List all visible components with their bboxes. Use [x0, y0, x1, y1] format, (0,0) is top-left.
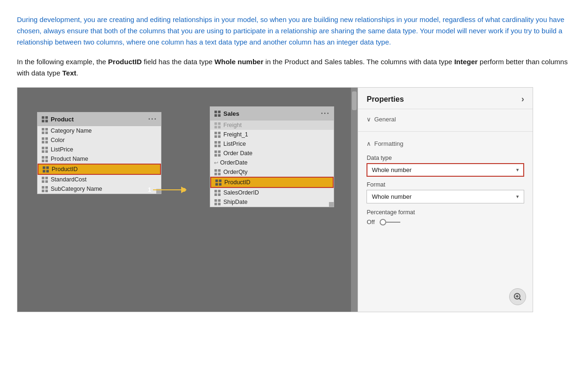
data-type-select[interactable]: Whole number ▾ — [367, 163, 524, 177]
svg-rect-34 — [214, 114, 217, 116]
svg-rect-41 — [218, 132, 220, 134]
properties-content — [358, 234, 533, 312]
product-table: Product ··· Category Name Color ListPric… — [37, 112, 161, 194]
svg-rect-15 — [45, 150, 47, 152]
svg-rect-54 — [214, 172, 217, 175]
row-label: ListPrice — [51, 146, 73, 153]
table-row: Product Name — [38, 154, 161, 164]
format-select[interactable]: Whole number ▾ — [367, 190, 524, 203]
svg-rect-33 — [218, 111, 220, 113]
scroll-thumb[interactable] — [352, 91, 357, 110]
svg-rect-61 — [218, 190, 220, 192]
row-icon — [214, 199, 221, 205]
svg-rect-42 — [214, 135, 217, 137]
properties-chevron-icon[interactable]: › — [521, 94, 524, 104]
row-icon — [41, 156, 48, 162]
svg-rect-30 — [42, 189, 44, 192]
format-arrow-icon: ▾ — [516, 194, 519, 200]
general-label: General — [374, 116, 396, 123]
svg-rect-19 — [45, 159, 47, 162]
para2-mid2: in the Product and Sales tables. The col… — [263, 58, 454, 66]
sales-table-icon — [214, 110, 221, 117]
row-icon — [214, 141, 221, 147]
off-label: Off — [367, 218, 374, 225]
zoom-in-button[interactable] — [509, 288, 526, 305]
svg-rect-56 — [215, 180, 218, 182]
properties-title: Properties — [367, 95, 404, 104]
svg-line-71 — [519, 299, 521, 300]
svg-rect-25 — [45, 177, 47, 179]
row-icon — [214, 169, 221, 175]
paragraph1-text: During development, you are creating and… — [17, 15, 565, 46]
row-label: Product Name — [51, 156, 88, 162]
orderdate-special-icon: ↩ — [214, 160, 218, 166]
table-row: ListPrice — [38, 145, 161, 154]
table-row-freight-faded: Freight — [210, 120, 334, 130]
svg-rect-10 — [42, 141, 44, 143]
svg-rect-59 — [219, 183, 221, 185]
table-row: SalesOrderID — [210, 188, 334, 197]
svg-rect-6 — [42, 131, 44, 134]
svg-rect-20 — [43, 166, 45, 169]
scrollbar[interactable] — [351, 88, 358, 312]
svg-rect-26 — [42, 180, 44, 182]
table-row: ListPrice — [210, 139, 334, 149]
svg-rect-62 — [214, 193, 217, 195]
svg-rect-16 — [42, 156, 44, 158]
svg-rect-44 — [214, 141, 217, 143]
toggle-track[interactable] — [380, 219, 400, 225]
row-label: OrderDate — [220, 159, 247, 166]
svg-rect-43 — [218, 135, 220, 137]
svg-rect-5 — [45, 128, 47, 130]
percentage-format-label: Percentage format — [367, 209, 516, 216]
formatting-section: ∧ Formatting Data type Whole number ▾ Fo… — [358, 134, 533, 234]
row-label: OrderQty — [223, 169, 247, 175]
row-label: Color — [51, 137, 65, 143]
rel-cardinality: 1 — [148, 186, 151, 193]
row-icon — [41, 128, 48, 134]
data-type-label: Data type — [367, 155, 524, 161]
svg-rect-37 — [218, 122, 220, 125]
sales-table-menu[interactable]: ··· — [321, 109, 330, 118]
row-icon — [42, 166, 49, 172]
svg-rect-12 — [42, 147, 44, 149]
table-row: ShipDate — [210, 197, 334, 207]
general-section-header[interactable]: ∨ General — [367, 113, 524, 126]
para2-productid: ProductID — [108, 58, 142, 66]
paragraph-1: During development, you are creating and… — [17, 14, 571, 48]
product-table-title: Product — [51, 116, 74, 123]
svg-rect-22 — [43, 170, 45, 172]
para2-wholenumber: Whole number — [214, 58, 263, 66]
svg-rect-57 — [219, 180, 221, 182]
formatting-label: Formatting — [374, 140, 403, 147]
sales-resize-handle[interactable] — [329, 202, 334, 207]
row-label: ListPrice — [223, 141, 246, 147]
product-table-menu[interactable]: ··· — [148, 115, 157, 123]
svg-rect-2 — [42, 120, 44, 122]
row-icon — [214, 189, 221, 196]
svg-rect-4 — [42, 128, 44, 130]
row-label: Category Name — [51, 128, 92, 134]
table-row: SubCategory Name — [38, 184, 161, 194]
svg-rect-7 — [45, 131, 47, 134]
svg-rect-49 — [218, 150, 220, 153]
format-value: Whole number — [372, 193, 412, 200]
sales-table: Sales ··· Freight Freight_1 ListPrice Or… — [210, 106, 334, 207]
sales-table-title: Sales — [223, 110, 239, 117]
svg-rect-1 — [45, 116, 47, 119]
svg-rect-65 — [218, 199, 220, 202]
product-id-row: ProductID — [38, 164, 161, 175]
svg-rect-58 — [215, 183, 218, 185]
diagram-area: Product ··· Category Name Color ListPric… — [17, 88, 358, 312]
row-label: Order Date — [223, 150, 252, 157]
select-arrow-icon: ▾ — [516, 167, 519, 173]
paragraph-2: In the following example, the ProductID … — [17, 56, 571, 79]
svg-rect-64 — [214, 199, 217, 202]
svg-rect-66 — [214, 202, 217, 205]
rel-arrow — [181, 187, 187, 193]
row-icon — [214, 131, 221, 138]
svg-rect-47 — [218, 144, 220, 147]
divider-1 — [358, 131, 533, 132]
formatting-section-header[interactable]: ∧ Formatting — [367, 137, 524, 150]
format-field: Format Whole number ▾ — [367, 181, 524, 203]
